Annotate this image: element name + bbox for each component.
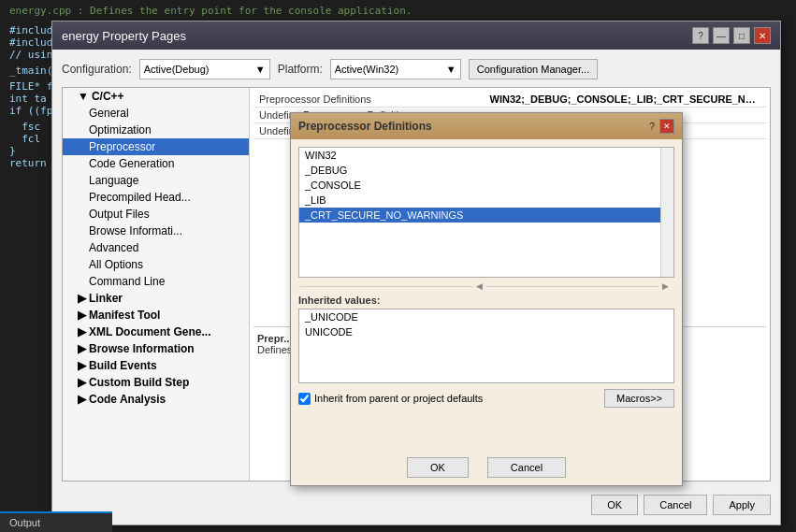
table-row: Preprocessor Definitions WIN32;_DEBUG;_C… xyxy=(253,92,766,108)
inherited-label: Inherited values: xyxy=(298,295,674,306)
dialog-titlebar: energy Property Pages ? — □ ✕ xyxy=(52,22,780,50)
help-button[interactable]: ? xyxy=(692,27,709,44)
inherited-item: UNICODE xyxy=(299,324,673,339)
inherit-checkbox-label[interactable]: Inherit from parent or project defaults xyxy=(298,393,483,405)
tree-item-all-options[interactable]: All Options xyxy=(63,256,249,273)
prop-name: Preprocessor Definitions xyxy=(253,92,485,108)
preproc-actions: OK Cancel xyxy=(298,457,674,478)
dialog-actions: OK Cancel Apply xyxy=(62,489,771,515)
tree-item-command-line[interactable]: Command Line xyxy=(63,273,249,290)
tree-build-events[interactable]: ▶ Build Events xyxy=(63,357,249,374)
list-item[interactable]: WIN32 xyxy=(299,148,673,163)
tree-browse-arrow-icon: ▶ xyxy=(78,342,86,355)
preproc-controls: ? ✕ xyxy=(649,119,674,134)
tree-code-arrow-icon: ▶ xyxy=(78,393,86,406)
close-button[interactable]: ✕ xyxy=(754,27,771,44)
tree-item-preprocessor[interactable]: Preprocessor xyxy=(63,138,249,155)
inherited-values-list: _UNICODE UNICODE xyxy=(298,309,674,383)
tree-item-general[interactable]: General xyxy=(63,105,249,122)
platform-dropdown[interactable]: Active(Win32) ▼ xyxy=(330,59,461,79)
tree-item-output-files[interactable]: Output Files xyxy=(63,206,249,223)
output-tab[interactable]: Output xyxy=(0,511,112,532)
tree-xml-arrow-icon: ▶ xyxy=(78,325,86,338)
tree-code-analysis[interactable]: ▶ Code Analysis xyxy=(63,391,249,408)
list-item[interactable]: _CONSOLE xyxy=(299,178,673,193)
tree-manifest-tool[interactable]: ▶ Manifest Tool xyxy=(63,307,249,324)
preproc-body: WIN32 _DEBUG _CONSOLE _LIB _CRT_SECURE_N… xyxy=(291,139,682,485)
tree-item-browse-info[interactable]: Browse Informati... xyxy=(63,223,249,239)
preproc-definitions-list[interactable]: WIN32 _DEBUG _CONSOLE _LIB _CRT_SECURE_N… xyxy=(298,147,674,278)
config-manager-button[interactable]: Configuration Manager... xyxy=(469,59,598,79)
apply-button[interactable]: Apply xyxy=(713,495,771,515)
cancel-button[interactable]: Cancel xyxy=(644,495,707,515)
list-item[interactable]: _DEBUG xyxy=(299,163,673,178)
preproc-help-icon[interactable]: ? xyxy=(649,121,655,132)
tree-item-precompiled-headers[interactable]: Precompiled Head... xyxy=(63,189,249,206)
preproc-cancel-button[interactable]: Cancel xyxy=(487,457,566,478)
config-label: Configuration: xyxy=(62,63,132,76)
dialog-title: energy Property Pages xyxy=(62,29,186,43)
scroll-indicator: ◀ ▶ xyxy=(298,281,674,291)
tree-item-language[interactable]: Language xyxy=(63,172,249,189)
tree-manifest-arrow-icon: ▶ xyxy=(78,309,86,322)
tree-custom-build-step[interactable]: ▶ Custom Build Step xyxy=(63,374,249,391)
prop-value[interactable]: WIN32;_DEBUG;_CONSOLE;_LIB;_CRT_SECURE_N… xyxy=(485,92,766,108)
maximize-button[interactable]: □ xyxy=(733,27,750,44)
preproc-ok-button[interactable]: OK xyxy=(407,457,469,478)
minimize-button[interactable]: — xyxy=(713,27,730,44)
inherited-item: _UNICODE xyxy=(299,309,673,324)
dialog-controls: ? — □ ✕ xyxy=(692,27,771,44)
config-dropdown[interactable]: Active(Debug) ▼ xyxy=(139,59,270,79)
tree-panel: ▼ C/C++ General Optimization Preprocesso… xyxy=(63,88,250,481)
tree-item-advanced[interactable]: Advanced xyxy=(63,239,249,256)
editor-comment: energy.cpp : Defines the entry point for… xyxy=(9,5,787,17)
output-tab-label: Output xyxy=(9,517,40,528)
tree-cpp-root[interactable]: ▼ C/C++ xyxy=(63,88,249,105)
ok-button[interactable]: OK xyxy=(591,495,638,515)
tree-expand-icon: ▼ xyxy=(78,90,89,103)
tree-xml-document[interactable]: ▶ XML Document Gene... xyxy=(63,324,249,340)
inherit-checkbox-row: Inherit from parent or project defaults … xyxy=(298,389,674,408)
macros-button[interactable]: Macros>> xyxy=(604,389,674,408)
tree-item-optimization[interactable]: Optimization xyxy=(63,122,249,138)
preproc-close-button[interactable]: ✕ xyxy=(659,119,674,134)
dropdown-arrow-icon: ▼ xyxy=(255,64,266,75)
list-item[interactable]: _LIB xyxy=(299,193,673,208)
scrollbar[interactable] xyxy=(660,148,673,277)
tree-expand-arrow-icon: ▶ xyxy=(78,292,86,305)
tree-custom-arrow-icon: ▶ xyxy=(78,376,86,389)
platform-label: Platform: xyxy=(278,63,323,76)
tree-item-code-generation[interactable]: Code Generation xyxy=(63,155,249,172)
list-item-selected[interactable]: _CRT_SECURE_NO_WARNINGS xyxy=(299,208,673,223)
preproc-titlebar: Preprocessor Definitions ? ✕ xyxy=(291,113,682,139)
platform-dropdown-arrow-icon: ▼ xyxy=(446,64,456,75)
config-row: Configuration: Active(Debug) ▼ Platform:… xyxy=(62,59,771,79)
preproc-dialog-title: Preprocessor Definitions xyxy=(298,120,432,133)
tree-browse-information[interactable]: ▶ Browse Information xyxy=(63,340,249,357)
inherit-checkbox[interactable] xyxy=(298,393,311,405)
tree-linker[interactable]: ▶ Linker xyxy=(63,290,249,307)
preproc-definitions-dialog: Preprocessor Definitions ? ✕ WIN32 _DEBU… xyxy=(290,112,683,486)
tree-build-arrow-icon: ▶ xyxy=(78,359,86,372)
